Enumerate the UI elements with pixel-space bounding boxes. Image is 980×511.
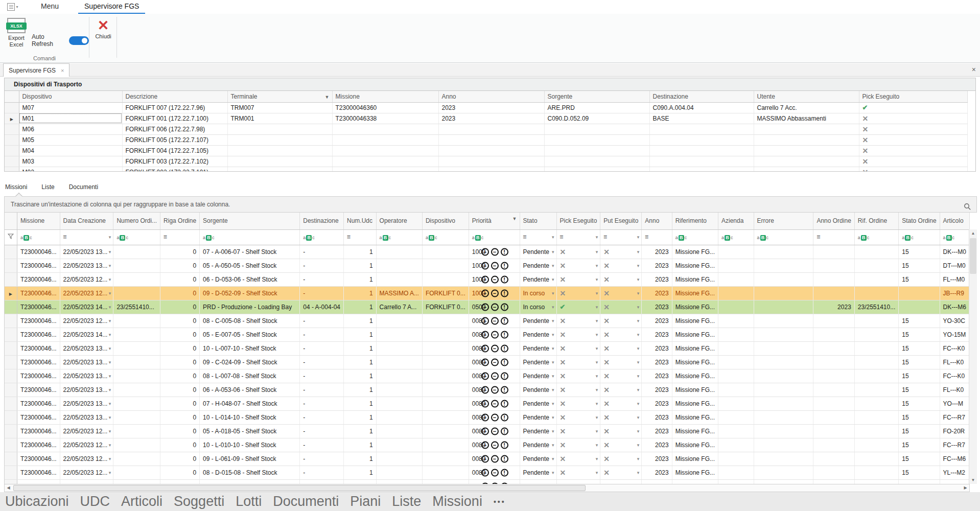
scroll-left-icon[interactable]: ◀ — [5, 484, 12, 492]
cell-missione[interactable]: T23000046... — [17, 479, 60, 484]
cell-data_creazione[interactable]: 22/05/2023 13...▾ — [60, 259, 113, 272]
mission-row[interactable]: T23000046...22/05/2023 13...▾007 - A-006… — [5, 245, 970, 259]
cell-terminale[interactable] — [227, 134, 332, 145]
cell-priorita[interactable]: 0081+−! — [469, 314, 520, 328]
mission-row[interactable]: T23000046...22/05/2023 13...▾010 - L-014… — [5, 410, 970, 424]
cell-errore[interactable] — [754, 259, 813, 272]
cell-operatore[interactable] — [376, 479, 422, 484]
cell-data_creazione[interactable]: 22/05/2023 13...▾ — [60, 383, 113, 397]
chiudi-button[interactable]: ✕ Chiudi — [92, 18, 114, 54]
column-header[interactable]: Destinazione — [649, 91, 754, 102]
cell-azienda[interactable] — [718, 383, 754, 397]
cell-data_creazione[interactable]: 22/05/2023 13...▾ — [60, 245, 113, 259]
cell-azienda[interactable] — [718, 341, 754, 355]
increase-priority-icon[interactable]: + — [481, 262, 489, 269]
cell-destinazione[interactable]: - — [300, 397, 344, 410]
cell-put[interactable]: ✕▾ — [600, 355, 642, 369]
cell-stato[interactable]: Pendente▾ — [520, 245, 556, 259]
alert-priority-icon[interactable]: ! — [501, 413, 508, 421]
cell-dispositivo[interactable] — [422, 259, 469, 272]
cell-articolo[interactable]: FC---K0 — [940, 369, 969, 383]
cell-pick[interactable]: ✕▾ — [556, 452, 600, 466]
cell-num_udc[interactable]: 1 — [343, 314, 376, 328]
cell-riga_ordine[interactable]: 0 — [160, 397, 200, 410]
filter-cell-numero_ordine[interactable]: aBc — [113, 229, 160, 245]
increase-priority-icon[interactable]: + — [481, 455, 489, 462]
cell-utente[interactable] — [754, 156, 859, 167]
cell-rif_ordine[interactable] — [854, 383, 898, 397]
column-header-data_creazione[interactable]: Data Creazione — [60, 213, 113, 229]
increase-priority-icon[interactable]: + — [481, 331, 489, 338]
cell-riga_ordine[interactable]: 0 — [160, 383, 200, 397]
cell-articolo[interactable]: YO---M — [940, 397, 969, 410]
cell-riferimento[interactable]: Missione FG... — [672, 341, 718, 355]
mission-row[interactable]: T23000046...22/05/2023 12...▾008 - D-015… — [5, 466, 970, 479]
cell-priorita[interactable]: 0080+−! — [469, 410, 520, 424]
cell-articolo[interactable]: FL---K0 — [940, 355, 969, 369]
cell-put[interactable]: ✕▾ — [600, 397, 642, 410]
cell-missione[interactable]: T23000046360 — [332, 102, 438, 113]
column-header-missione[interactable]: Missione — [17, 213, 60, 229]
cell-num_udc[interactable]: 1 — [343, 355, 376, 369]
cell-riferimento[interactable]: Missione FG... — [672, 314, 718, 328]
decrease-priority-icon[interactable]: − — [491, 331, 499, 338]
alert-priority-icon[interactable]: ! — [501, 262, 508, 269]
alert-priority-icon[interactable]: ! — [501, 386, 508, 393]
cell-dispositivo[interactable] — [422, 383, 469, 397]
cell-rif_ordine[interactable] — [854, 438, 898, 452]
tab-missioni[interactable]: Missioni — [5, 183, 27, 191]
cell-data_creazione[interactable]: 22/05/2023 12...▾ — [60, 466, 113, 479]
cell-riga_ordine[interactable]: 0 — [160, 328, 200, 341]
cell-missione[interactable]: T23000046... — [17, 272, 60, 286]
cell-stato[interactable]: Pendente▾ — [520, 314, 556, 328]
decrease-priority-icon[interactable]: − — [491, 275, 499, 283]
cell-dispositivo[interactable]: FORKLIFT 0... — [422, 300, 469, 314]
filter-cell-sorgente[interactable]: aBc — [200, 229, 300, 245]
cell-destinazione[interactable]: - — [300, 341, 344, 355]
cell-anno[interactable]: 2023 — [642, 383, 672, 397]
alert-priority-icon[interactable]: ! — [501, 441, 508, 449]
decrease-priority-icon[interactable]: − — [491, 469, 499, 476]
column-header-azienda[interactable]: Azienda — [718, 213, 754, 229]
alert-priority-icon[interactable]: ! — [501, 289, 508, 297]
cell-anno_ordine[interactable] — [813, 383, 854, 397]
cell-missione[interactable] — [332, 124, 438, 134]
filter-cell-articolo[interactable]: aBc — [940, 229, 969, 245]
cell-riga_ordine[interactable]: 0 — [160, 259, 200, 272]
cell-stato_ordine[interactable]: 15 — [899, 314, 940, 328]
cell-riferimento[interactable]: Missione FG... — [672, 397, 718, 410]
cell-put[interactable]: ✕▾ — [600, 259, 642, 272]
cell-pick[interactable]: ✔▾ — [556, 300, 600, 314]
cell-operatore[interactable] — [376, 452, 422, 466]
device-row[interactable]: M03FORKLIFT 003 (172.22.7.102)✕ — [5, 156, 967, 167]
mission-row[interactable]: T23000046...22/05/2023 13...▾006 - A-053… — [5, 383, 970, 397]
mission-row[interactable]: T23000046...22/05/2023 13...▾007 - H-048… — [5, 397, 970, 410]
alert-priority-icon[interactable]: ! — [501, 469, 508, 476]
device-row[interactable]: ▶M01FORKLIFT 001 (172.22.7.100)TRM001T23… — [5, 113, 967, 124]
cell-num_udc[interactable]: 1 — [343, 424, 376, 438]
cell-num_udc[interactable]: 1 — [343, 438, 376, 452]
cell-missione[interactable]: T23000046... — [17, 397, 60, 410]
cell-sorgente[interactable]: 05 - A-018-05 - Shelf Stock — [200, 424, 300, 438]
scroll-down-icon[interactable]: ▼ — [969, 476, 977, 484]
cell-num_udc[interactable]: 1 — [343, 452, 376, 466]
cell-numero_ordine[interactable] — [113, 369, 160, 383]
cell-data_creazione[interactable]: 22/05/2023 14...▾ — [60, 300, 113, 314]
cell-destinazione[interactable]: - — [300, 452, 344, 466]
cell-azienda[interactable] — [718, 452, 754, 466]
cell-stato_ordine[interactable]: 15 — [899, 259, 940, 272]
cell-missione[interactable]: T23000046... — [17, 383, 60, 397]
cell-priorita[interactable]: 0080+−! — [469, 383, 520, 397]
cell-sorgente[interactable]: 05 - A-050-05 - Shelf Stock — [200, 259, 300, 272]
cell-missione[interactable]: T23000046... — [17, 328, 60, 341]
cell-descrizione[interactable]: FORKLIFT 007 (172.22.7.96) — [122, 102, 227, 113]
cell-riferimento[interactable]: Missione FG... — [672, 438, 718, 452]
filter-cell-pick[interactable]: =▾ — [556, 229, 600, 245]
cell-utente[interactable] — [754, 134, 859, 145]
cell-articolo[interactable]: FL---M0 — [940, 272, 969, 286]
app-menu-button[interactable]: ▾ — [4, 2, 21, 12]
cell-stato[interactable]: Pendente▾ — [520, 479, 556, 484]
cell-destinazione[interactable]: - — [300, 438, 344, 452]
cell-riga_ordine[interactable]: 0 — [160, 245, 200, 259]
cell-rif_ordine[interactable] — [854, 397, 898, 410]
